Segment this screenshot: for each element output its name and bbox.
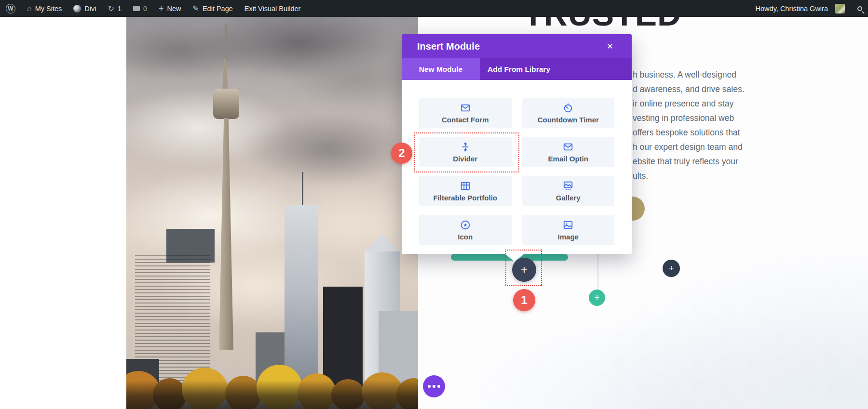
modal-header: Insert Module ✕ bbox=[402, 34, 632, 58]
tab-new-module[interactable]: New Module bbox=[402, 58, 480, 80]
module-label: Image bbox=[558, 233, 579, 241]
module-email-optin[interactable]: Email Optin bbox=[522, 137, 615, 167]
comments-menu[interactable]: 0 bbox=[127, 0, 153, 17]
step-2-number: 2 bbox=[398, 146, 405, 160]
divi-logo-icon bbox=[73, 5, 81, 13]
divi-menu[interactable]: Divi bbox=[68, 0, 102, 17]
updates-icon: ↻ bbox=[108, 5, 114, 13]
wordpress-logo-icon: W bbox=[6, 4, 15, 13]
module-label: Icon bbox=[458, 233, 473, 241]
add-section-button[interactable]: + bbox=[663, 260, 680, 277]
module-contact-form[interactable]: Contact Form bbox=[419, 98, 512, 128]
ellipsis-dot bbox=[437, 385, 440, 388]
module-label: Divider bbox=[453, 155, 477, 163]
page-settings-button[interactable] bbox=[423, 375, 445, 397]
picture-icon bbox=[563, 220, 573, 230]
plus-icon: + bbox=[595, 293, 600, 303]
admin-bar-left: W ⌂ My Sites Divi ↻ 1 0 + New bbox=[0, 0, 306, 17]
modal-title: Insert Module bbox=[417, 41, 480, 52]
visual-builder-screen: TRUSTED h business. A well-designed d aw… bbox=[0, 0, 868, 409]
plus-icon: + bbox=[159, 4, 164, 13]
building bbox=[285, 205, 318, 395]
user-avatar bbox=[835, 4, 845, 13]
cloud-shape bbox=[242, 113, 416, 185]
module-divider[interactable]: Divider bbox=[419, 137, 512, 167]
my-account-menu[interactable]: Howdy, Christina Gwira bbox=[750, 0, 852, 17]
close-icon[interactable]: ✕ bbox=[604, 40, 616, 53]
sites-icon: ⌂ bbox=[27, 5, 32, 13]
picture-dots-icon bbox=[563, 181, 573, 191]
step1-highlight-ring bbox=[505, 250, 542, 286]
insert-module-modal: Insert Module ✕ New Module Add From Libr… bbox=[402, 34, 632, 254]
comments-count: 0 bbox=[143, 5, 147, 13]
connector-line bbox=[597, 254, 598, 290]
module-label: Gallery bbox=[556, 194, 581, 202]
envelope-icon bbox=[563, 142, 573, 152]
updates-count: 1 bbox=[118, 5, 122, 13]
comments-icon bbox=[133, 6, 140, 11]
ellipsis-dot bbox=[428, 385, 431, 388]
building-spire bbox=[302, 172, 303, 206]
module-countdown-timer[interactable]: Countdown Timer bbox=[522, 98, 615, 128]
module-label: Filterable Portfolio bbox=[433, 194, 497, 202]
module-grid: Contact Form Countdown Timer Divide bbox=[419, 98, 614, 245]
search-menu[interactable] bbox=[852, 0, 868, 17]
module-label: Countdown Timer bbox=[538, 116, 599, 124]
module-label: Contact Form bbox=[442, 116, 489, 124]
step-2-badge: 2 bbox=[391, 143, 412, 164]
admin-bar-right: Howdy, Christina Gwira bbox=[750, 0, 868, 17]
pencil-icon: ✎ bbox=[193, 5, 199, 13]
updates-menu[interactable]: ↻ 1 bbox=[102, 0, 127, 17]
new-label: New bbox=[167, 5, 181, 13]
cn-tower-pod bbox=[213, 89, 239, 119]
module-filterable-portfolio[interactable]: Filterable Portfolio bbox=[419, 176, 512, 206]
paragraph-line: vesting in professional web bbox=[633, 111, 792, 125]
module-image[interactable]: Image bbox=[522, 215, 615, 245]
paragraph-line: d awareness, and drive sales. bbox=[633, 82, 792, 96]
city-skyline-photo bbox=[126, 17, 418, 409]
step-1-number: 1 bbox=[521, 293, 527, 307]
module-icon[interactable]: Icon bbox=[419, 215, 512, 245]
step-1-badge: 1 bbox=[513, 289, 535, 311]
module-label: Email Optin bbox=[548, 155, 588, 163]
modal-tab-bar: New Module Add From Library bbox=[402, 58, 632, 80]
paragraph-line: h business. A well-designed bbox=[633, 67, 792, 82]
howdy-label: Howdy, Christina Gwira bbox=[756, 5, 828, 13]
grid-table-icon bbox=[460, 181, 471, 191]
modal-body: Contact Form Countdown Timer Divide bbox=[402, 80, 632, 254]
photo-dark-band bbox=[126, 380, 418, 409]
cloud-shape bbox=[285, 46, 418, 108]
circle-star-icon bbox=[460, 220, 471, 230]
divi-label: Divi bbox=[84, 5, 96, 13]
my-sites-menu[interactable]: ⌂ My Sites bbox=[21, 0, 68, 17]
my-sites-label: My Sites bbox=[35, 5, 62, 13]
edit-page-menu[interactable]: ✎ Edit Page bbox=[187, 0, 239, 17]
module-gallery[interactable]: Gallery bbox=[522, 176, 615, 206]
add-row-button[interactable]: + bbox=[589, 290, 605, 306]
exit-visual-builder-link[interactable]: Exit Visual Builder bbox=[239, 0, 307, 17]
vertical-arrows-icon bbox=[460, 142, 471, 152]
paragraph-line: ebsite that truly reflects your bbox=[633, 154, 792, 169]
step2-highlight-ring bbox=[414, 132, 519, 172]
wp-admin-bar: W ⌂ My Sites Divi ↻ 1 0 + New bbox=[0, 0, 868, 17]
paragraph-line: ults. bbox=[633, 169, 792, 183]
wp-logo-menu[interactable]: W bbox=[0, 0, 21, 17]
exit-visual-builder-label: Exit Visual Builder bbox=[244, 5, 301, 13]
edit-page-label: Edit Page bbox=[203, 5, 233, 13]
paragraph-line: ir online presence and stay bbox=[633, 96, 792, 111]
search-icon bbox=[857, 6, 862, 11]
paragraph-line: h our expert design team and bbox=[633, 140, 792, 154]
new-content-menu[interactable]: + New bbox=[153, 0, 187, 17]
ellipsis-dot bbox=[433, 385, 435, 388]
tab-add-from-library[interactable]: Add From Library bbox=[480, 58, 558, 80]
envelope-icon bbox=[460, 103, 471, 113]
clock-icon bbox=[563, 103, 573, 113]
paragraph-line: offers bespoke solutions that bbox=[633, 125, 792, 140]
plus-icon: + bbox=[668, 263, 674, 274]
cn-tower-antenna bbox=[225, 24, 227, 63]
